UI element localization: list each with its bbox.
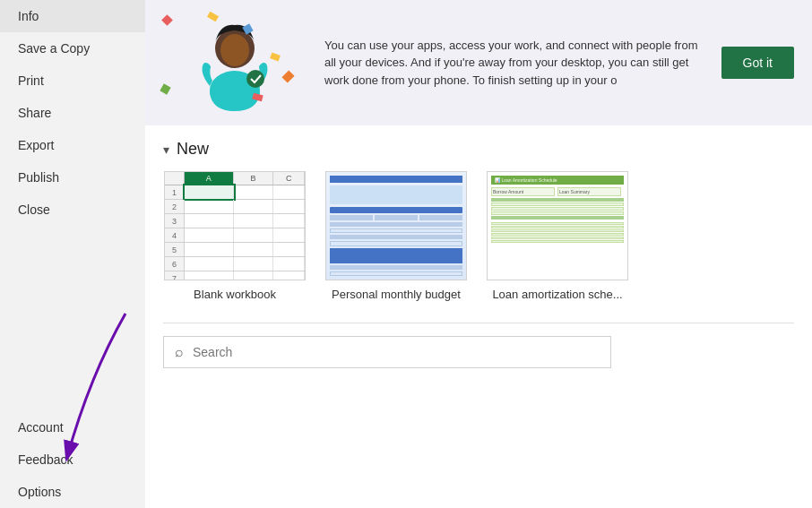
- person-illustration: [194, 14, 275, 111]
- new-section-label: New: [177, 140, 209, 159]
- sidebar-item-share[interactable]: Share: [0, 97, 145, 129]
- confetti-dot: [161, 14, 173, 26]
- new-section-header: ▾ New: [163, 140, 794, 159]
- search-input[interactable]: [193, 345, 600, 359]
- banner-illustration: [154, 9, 315, 116]
- blank-workbook-thumbnail: A B C 1 2: [164, 171, 306, 280]
- sidebar-item-feedback[interactable]: Feedback: [0, 443, 145, 476]
- budget-thumbnail: [325, 171, 467, 280]
- banner: You can use your apps, access your work,…: [145, 0, 812, 125]
- template-cards: A B C 1 2: [163, 171, 794, 301]
- search-bar: ⌕: [163, 336, 611, 368]
- sidebar-item-info[interactable]: Info: [0, 0, 145, 32]
- budget-label: Personal monthly budget: [324, 288, 468, 301]
- chevron-down-icon[interactable]: ▾: [163, 142, 169, 157]
- got-it-button[interactable]: Got it: [721, 47, 794, 79]
- loan-thumbnail: 📊 Loan Amortization Schedule Borrow Amou…: [487, 171, 628, 280]
- sidebar-item-close[interactable]: Close: [0, 194, 145, 226]
- sidebar-item-options[interactable]: Options: [0, 476, 145, 508]
- template-card-budget[interactable]: Personal monthly budget: [324, 171, 468, 301]
- blank-workbook-label: Blank workbook: [163, 288, 307, 301]
- sidebar-item-account[interactable]: Account: [0, 411, 145, 443]
- svg-point-4: [246, 70, 264, 88]
- confetti-dot: [160, 83, 170, 94]
- sidebar-item-save-copy[interactable]: Save a Copy: [0, 32, 145, 65]
- svg-point-3: [220, 34, 249, 66]
- main-content: You can use your apps, access your work,…: [145, 0, 812, 508]
- loan-label: Loan amortization sche...: [486, 288, 629, 301]
- sidebar: Info Save a Copy Print Share Export Publ…: [0, 0, 145, 508]
- confetti-dot: [281, 70, 294, 82]
- search-bar-container: ⌕: [145, 336, 812, 368]
- template-card-blank[interactable]: A B C 1 2: [163, 171, 307, 301]
- sidebar-item-export[interactable]: Export: [0, 129, 145, 161]
- template-card-loan[interactable]: 📊 Loan Amortization Schedule Borrow Amou…: [486, 171, 629, 301]
- sidebar-item-print[interactable]: Print: [0, 65, 145, 97]
- new-section: ▾ New A B C 1: [145, 125, 812, 310]
- banner-text: You can use your apps, access your work,…: [315, 37, 704, 90]
- search-icon: ⌕: [175, 344, 184, 360]
- section-divider: [163, 323, 794, 323]
- sidebar-item-publish[interactable]: Publish: [0, 161, 145, 194]
